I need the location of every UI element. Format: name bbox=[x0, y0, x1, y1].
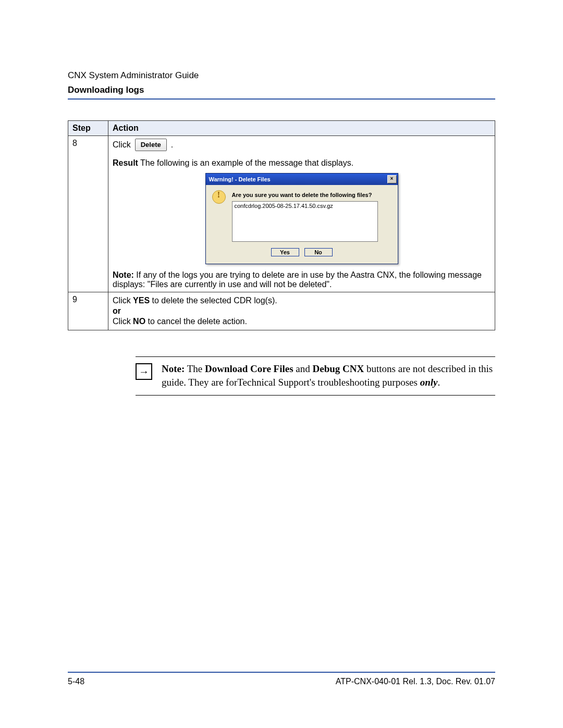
trailing-period: . bbox=[171, 140, 173, 150]
step8-note-label: Note: bbox=[113, 270, 134, 279]
step9-or: or bbox=[113, 306, 121, 315]
dialog-title: Warning! - Delete Files bbox=[209, 176, 271, 182]
section-title: Downloading logs bbox=[68, 85, 495, 95]
guide-title: CNX System Administrator Guide bbox=[68, 70, 495, 81]
header-rule bbox=[68, 98, 495, 100]
step-number: 9 bbox=[68, 292, 108, 330]
arrow-right-icon: → bbox=[136, 363, 152, 380]
note-t4: . bbox=[437, 377, 440, 388]
step9-line1-bold: YES bbox=[133, 296, 150, 305]
table-header-step: Step bbox=[68, 121, 108, 136]
note-t2: and bbox=[293, 363, 313, 374]
delete-button[interactable]: Delete bbox=[135, 139, 167, 151]
page-number: 5-48 bbox=[68, 677, 84, 686]
page-footer: 5-48 ATP-CNX-040-01 Rel. 1.3, Doc. Rev. … bbox=[68, 672, 495, 686]
step9-line2-bold: NO bbox=[133, 317, 145, 326]
note-em: only bbox=[420, 377, 438, 388]
step9-line1-pre: Click bbox=[113, 296, 133, 305]
step-action: Click Delete . Result The following is a… bbox=[108, 136, 495, 292]
dialog-file-list: confcdrlog.2005-08-25.17.41.50.csv.gz bbox=[232, 201, 378, 242]
dialog-question: Are you sure you want to delete the foll… bbox=[232, 192, 391, 198]
table-row: 9 Click YES to delete the selected CDR l… bbox=[68, 292, 495, 330]
click-label: Click bbox=[113, 140, 131, 150]
step9-line2-post: to cancel the delete action. bbox=[145, 317, 247, 326]
steps-table: Step Action 8 Click Delete . Result The … bbox=[68, 120, 495, 330]
warning-icon bbox=[212, 190, 226, 204]
note-block: → Note: The Download Core Files and Debu… bbox=[136, 356, 495, 396]
table-row: 8 Click Delete . Result The following is… bbox=[68, 136, 495, 292]
result-text: The following is an example of the messa… bbox=[138, 158, 353, 167]
step9-line1-post: to delete the selected CDR log(s). bbox=[150, 296, 277, 305]
table-header-action: Action bbox=[108, 121, 495, 136]
step-action: Click YES to delete the selected CDR log… bbox=[108, 292, 495, 330]
result-label: Result bbox=[113, 158, 138, 167]
step9-line2-pre: Click bbox=[113, 317, 133, 326]
no-button[interactable]: No bbox=[304, 248, 333, 256]
note-t1: The bbox=[185, 363, 205, 374]
note-label: Note: bbox=[162, 363, 185, 374]
dialog-titlebar: Warning! - Delete Files × bbox=[206, 174, 398, 185]
step-number: 8 bbox=[68, 136, 108, 292]
doc-id: ATP-CNX-040-01 Rel. 1.3, Doc. Rev. 01.07 bbox=[336, 677, 495, 686]
yes-button[interactable]: Yes bbox=[271, 248, 299, 256]
close-icon[interactable]: × bbox=[387, 175, 397, 183]
note-b1: Download Core Files bbox=[205, 363, 293, 374]
footer-rule bbox=[68, 672, 495, 673]
step8-note-text: If any of the logs you are trying to del… bbox=[113, 270, 482, 289]
note-b2: Debug CNX bbox=[313, 363, 364, 374]
warning-dialog: Warning! - Delete Files × Are you sure y… bbox=[205, 173, 398, 264]
